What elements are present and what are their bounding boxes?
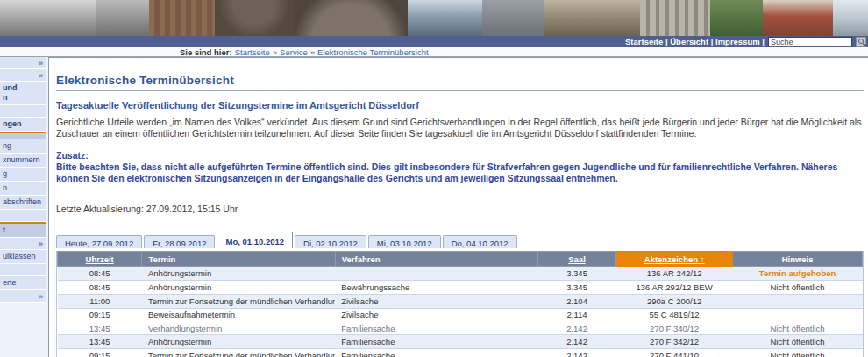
cell-termin: Verhandlungstermin [142, 322, 335, 335]
table-row: 13:45VerhandlungsterminFamiliensache2.14… [58, 322, 863, 335]
sidebar-item[interactable]: » [0, 238, 46, 250]
cell-aktenzeichen: 290a C 200/12 [616, 295, 733, 309]
banner-photo-tile [149, 0, 215, 36]
banner-photo-tile [710, 0, 763, 36]
cell-time: 11:00 [58, 295, 142, 309]
sidebar-item[interactable]: g [0, 168, 46, 182]
cell-termin: Anhörungstermin [142, 335, 335, 349]
top-nav-links[interactable]: Startseite | Übersicht | Impressum | [625, 37, 765, 46]
date-tab-03102012[interactable]: Mi, 03.10.2012 [368, 235, 441, 248]
page-title: Elektronische Terminübersicht [56, 74, 864, 91]
search-submit-button[interactable] [856, 37, 866, 47]
cell-hinweis [733, 309, 863, 323]
cell-verfahren: Bewährungssache [335, 281, 537, 295]
date-tab-01102012[interactable]: Mo, 01.10.2012 [217, 232, 293, 248]
breadcrumb-separator: » [310, 47, 315, 57]
sidebar-item[interactable]: ngen [0, 118, 46, 132]
sidebar-item[interactable]: und n [0, 82, 46, 105]
breadcrumb-link-startseite[interactable]: Startseite [235, 47, 270, 57]
cell-verfahren [335, 267, 537, 281]
cell-time: 13:45 [58, 335, 142, 349]
table-row: 09:15BeweisaufnahmeterminZivilsache2.114… [58, 309, 863, 323]
column-header-saal[interactable]: Saal [538, 252, 616, 267]
cell-verfahren: Familiensache [335, 349, 537, 357]
cell-saal: 2.114 [538, 309, 616, 323]
last-update-text: Letzte Aktualisierung: 27.09.2012, 15:15… [56, 203, 864, 214]
sidebar-item[interactable]: xnummern [0, 154, 46, 168]
cell-termin: Beweisaufnahmetermin [142, 309, 335, 323]
banner-photo-tile [763, 0, 833, 36]
zusatz-note: Zusatz: Bitte beachten Sie, dass nicht a… [56, 150, 864, 184]
breadcrumb-label: Sie sind hier: [180, 47, 232, 57]
column-header-aktenzeichen[interactable]: Aktenzeichen ↑ [616, 252, 733, 267]
table-row: 08:45AnhörungsterminBewährungssache3.345… [58, 281, 863, 295]
cell-verfahren: Zivilsache [335, 309, 537, 323]
page-subtitle: Tagesaktuelle Veröffentlichung der Sitzu… [56, 100, 864, 111]
cell-hinweis: Nicht öffentlich [733, 281, 863, 295]
zusatz-text: Bitte beachten Sie, dass nicht alle aufg… [56, 161, 837, 183]
date-tab-02102012[interactable]: Di, 02.10.2012 [295, 235, 366, 248]
chevron-right-icon: » [39, 239, 43, 249]
date-tab-27092012[interactable]: Heute, 27.09.2012 [56, 235, 142, 248]
cell-verfahren: Familiensache [335, 322, 537, 335]
column-header-uhrzeit[interactable]: Uhrzeit [58, 252, 142, 267]
chevron-right-icon: » [39, 71, 43, 81]
sidebar-item[interactable]: » [0, 290, 46, 303]
table-row: 11:00Termin zur Fortsetzung der mündlich… [58, 295, 863, 309]
sidebar-item[interactable]: n [0, 182, 46, 196]
cell-termin: Termin zur Fortsetzung der mündlichen Ve… [142, 295, 335, 309]
banner-photo-tile [482, 0, 544, 36]
sidebar-item[interactable] [0, 132, 46, 139]
banner-photo-tile [96, 0, 149, 36]
date-tab-04102012[interactable]: Do, 04.10.2012 [443, 235, 517, 248]
cell-aktenzeichen: 270 F 342/12 [616, 335, 733, 349]
table-row: 13:45AnhörungsterminFamiliensache2.14227… [58, 335, 863, 349]
cell-hinweis: Nicht öffentlich [733, 349, 863, 357]
cell-saal: 3.345 [538, 281, 616, 295]
banner-photo-tile [408, 0, 482, 36]
sidebar-item[interactable]: abschriften [0, 196, 46, 210]
date-tab-28092012[interactable]: Fr, 28.09.2012 [144, 235, 215, 248]
court-photo-banner [0, 0, 868, 36]
column-header-hinweis: Hinweis [733, 252, 863, 267]
breadcrumb-separator: » [273, 47, 277, 57]
cell-time: 08:45 [58, 267, 142, 281]
sidebar-item[interactable]: t [0, 222, 46, 238]
sidebar-item[interactable]: ulklassen [0, 250, 46, 264]
banner-photo-tile [544, 0, 640, 36]
sidebar-item[interactable] [0, 264, 46, 276]
intro-paragraph: Gerichtliche Urteile werden „im Namen de… [56, 117, 864, 139]
chevron-right-icon: » [39, 292, 43, 302]
cell-time: 08:45 [58, 281, 142, 295]
cell-hinweis: Nicht öffentlich [733, 335, 863, 349]
cell-aktenzeichen: 136 AR 242/12 [616, 267, 733, 281]
sidebar-item[interactable] [0, 210, 46, 222]
date-tabs: Heute, 27.09.2012Fr, 28.09.2012Mo, 01.10… [56, 232, 864, 248]
breadcrumb: Sie sind hier: Startseite » Service » El… [0, 47, 868, 57]
sidebar-item[interactable] [0, 105, 46, 118]
table-row: 08:45Anhörungstermin3.345136 AR 242/12Te… [58, 267, 863, 281]
breadcrumb-link-current[interactable]: Elektronische Terminübersicht [317, 47, 429, 57]
breadcrumb-link-service[interactable]: Service [280, 47, 308, 57]
sidebar-item[interactable]: » [0, 69, 46, 82]
cell-verfahren: Zivilsache [335, 295, 537, 309]
sidebar-item[interactable]: » [0, 57, 46, 69]
cell-termin: Anhörungstermin [142, 281, 335, 295]
hinweis-termin-aufgehoben: Termin aufgehoben [759, 268, 836, 278]
zusatz-title: Zusatz: [56, 150, 89, 161]
cell-termin: Anhörungstermin [142, 267, 335, 281]
cell-aktenzeichen: 55 C 4819/12 [616, 309, 733, 323]
cell-time: 09:15 [58, 349, 142, 357]
cell-aktenzeichen: 270 F 340/12 [616, 322, 733, 335]
chevron-right-icon: » [39, 59, 43, 68]
magnifier-handle-icon [863, 42, 866, 46]
sidebar-item[interactable]: ng [0, 139, 46, 154]
cell-saal: 2.142 [538, 322, 616, 335]
cell-time: 13:45 [58, 322, 142, 335]
column-header-verfahren: Verfahren [335, 252, 537, 267]
cell-aktenzeichen: 136 AR 292/12 BEW [616, 281, 733, 295]
banner-photo-tile [0, 0, 96, 36]
sidebar-item[interactable]: erte [0, 276, 46, 290]
search-input[interactable] [768, 37, 852, 46]
cell-aktenzeichen: 270 F 441/10 [616, 349, 733, 357]
